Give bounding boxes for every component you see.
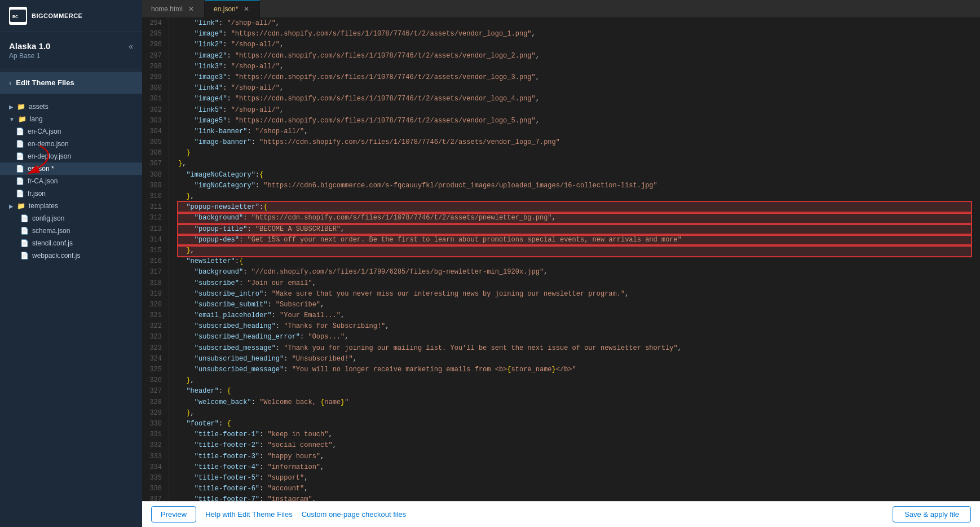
svg-text:BC: BC xyxy=(12,15,18,19)
theme-name-row: Alaska 1.0 « xyxy=(9,41,133,51)
code-line: }, xyxy=(178,159,971,169)
code-line: "title-footer-1": "keep in touch", xyxy=(178,429,971,440)
code-line: "image": "https://cdn.shopify.com/s/file… xyxy=(178,29,971,39)
edit-theme-files-header[interactable]: ‹ Edit Theme Files xyxy=(0,72,142,94)
bottom-left: Preview Help with Edit Theme Files Custo… xyxy=(151,506,406,522)
code-line: "title-footer-5": "support", xyxy=(178,473,971,484)
file-icon: 📄 xyxy=(16,177,24,185)
code-line: "imageNoCategory":{ xyxy=(178,170,971,181)
code-line: "footer": { xyxy=(178,419,971,429)
tree-item-en-demo-json[interactable]: 📄 en-demo.json xyxy=(0,138,142,150)
line-numbers: 2942952962972982993003013023033043053063… xyxy=(142,18,169,501)
line-number: 301 xyxy=(147,94,162,104)
code-line: "link2": "/shop-all/", xyxy=(178,39,971,50)
line-number: 334 xyxy=(147,462,162,473)
tree-label: en.json * xyxy=(28,165,54,173)
file-icon: 📄 xyxy=(16,190,24,197)
tree-item-lang[interactable]: ▼ 📁 lang xyxy=(0,113,142,125)
tab-label: home.html xyxy=(151,5,183,13)
code-line: "header": { xyxy=(178,386,971,397)
tab-close-home-html[interactable]: ✕ xyxy=(187,5,195,13)
tree-label: fr.json xyxy=(28,190,46,197)
tree-label: assets xyxy=(29,103,48,111)
line-number: 332 xyxy=(147,440,162,451)
line-number: 325 xyxy=(147,364,162,375)
code-line: "image5": "https://cdn.shopify.com/s/fil… xyxy=(178,116,971,126)
tree-item-en-ca-json[interactable]: 📄 en-CA.json xyxy=(0,125,142,138)
line-number: 302 xyxy=(147,105,162,116)
code-editor[interactable]: 2942952962972982993003013023033043053063… xyxy=(142,18,980,501)
line-number: 305 xyxy=(147,137,162,148)
code-line: "popup-newsletter":{ xyxy=(178,202,971,213)
code-line: "title-footer-3": "happy hours", xyxy=(178,451,971,462)
tree-item-en-json[interactable]: 📄 en.json * xyxy=(0,163,142,175)
tree-item-config-json[interactable]: 📄 config.json xyxy=(0,212,142,225)
line-number: 323 xyxy=(147,343,162,354)
tree-item-schema-json[interactable]: 📄 schema.json xyxy=(0,225,142,237)
line-number: 324 xyxy=(147,354,162,364)
main-content: BC BIGCOMMERCE Alaska 1.0 « Ap Base 1 ‹ … xyxy=(0,0,980,527)
line-number: 313 xyxy=(147,224,162,235)
line-number: 331 xyxy=(147,429,162,440)
code-content[interactable]: "link": "/shop-all/", "image": "https://… xyxy=(169,18,980,501)
code-line: "image-banner": "https://cdn.shopify.com… xyxy=(178,137,971,148)
code-line: "image3": "https://cdn.shopify.com/s/fil… xyxy=(178,72,971,83)
line-number: 316 xyxy=(147,256,162,267)
bigcommerce-logo-icon: BC xyxy=(9,7,27,25)
line-number: 330 xyxy=(147,419,162,429)
code-line: "image2": "https://cdn.shopify.com/s/fil… xyxy=(178,51,971,62)
tree-label: config.json xyxy=(32,214,64,222)
line-number: 328 xyxy=(147,397,162,408)
line-number: 308 xyxy=(147,170,162,181)
tree-item-en-deploy-json[interactable]: 📄 en-deploy.json xyxy=(0,150,142,163)
line-number: 327 xyxy=(147,386,162,397)
file-icon: 📄 xyxy=(20,252,29,260)
line-number: 335 xyxy=(147,473,162,484)
tree-item-webpack-conf-js[interactable]: 📄 webpack.conf.js xyxy=(0,249,142,262)
save-apply-button[interactable]: Save & apply file xyxy=(893,506,971,522)
collapse-button[interactable]: « xyxy=(129,42,133,51)
bigcommerce-logo-text: BIGCOMMERCE xyxy=(32,12,82,19)
edit-theme-files-label: Edit Theme Files xyxy=(16,78,74,87)
theme-sub-text: Ap Base 1 xyxy=(9,52,133,60)
file-icon: 📄 xyxy=(16,140,24,148)
code-line: "link3": "/shop-all/", xyxy=(178,62,971,72)
preview-button[interactable]: Preview xyxy=(151,506,196,522)
help-link[interactable]: Help with Edit Theme Files xyxy=(205,510,292,519)
code-line: } xyxy=(178,148,971,159)
code-line: "title-footer-2": "social connect", xyxy=(178,440,971,451)
tree-item-assets[interactable]: ▶ 📁 assets xyxy=(0,100,142,113)
tab-close-en-json[interactable]: ✕ xyxy=(242,5,250,13)
line-number: 329 xyxy=(147,408,162,419)
tree-item-fr-json[interactable]: 📄 fr.json xyxy=(0,187,142,200)
line-number: 326 xyxy=(147,375,162,386)
code-line: "subscribed_message": "Thank you for joi… xyxy=(178,343,971,354)
line-number: 307 xyxy=(147,159,162,169)
line-number: 322 xyxy=(147,321,162,332)
code-line: "title-footer-4": "information", xyxy=(178,462,971,473)
tree-item-templates[interactable]: ▶ 📁 templates xyxy=(0,200,142,212)
expand-icon: ▶ xyxy=(9,203,14,209)
file-icon: 📄 xyxy=(20,214,29,222)
code-line: "image4": "https://cdn.shopify.com/s/fil… xyxy=(178,94,971,104)
tree-label: en-deploy.json xyxy=(28,152,71,160)
custom-checkout-link[interactable]: Custom one-page checkout files xyxy=(302,510,407,519)
tab-en-json[interactable]: en.json* ✕ xyxy=(205,0,260,17)
line-number: 300 xyxy=(147,83,162,94)
tree-label: webpack.conf.js xyxy=(32,252,80,260)
code-line: "background": "//cdn.shopify.com/s/files… xyxy=(178,267,971,278)
line-number: 315 xyxy=(147,245,162,256)
line-number: 296 xyxy=(147,39,162,50)
code-line: "welcome_back": "Welcome back, {name}" xyxy=(178,397,971,408)
tree-item-stencil-conf-js[interactable]: 📄 stencil.conf.js xyxy=(0,237,142,249)
line-number: 311 xyxy=(147,202,162,213)
tab-home-html[interactable]: home.html ✕ xyxy=(142,0,205,17)
code-line: "popup-des": "Get 15% off your next orde… xyxy=(178,235,971,245)
tree-item-fr-ca-json[interactable]: 📄 fr-CA.json xyxy=(0,175,142,187)
code-line: }, xyxy=(178,191,971,202)
code-line: "popup-title": "BECOME A SUBSCRIBER", xyxy=(178,224,971,235)
code-line: "subscribe_intro": "Make sure that you n… xyxy=(178,289,971,300)
bottom-links: Help with Edit Theme Files Custom one-pa… xyxy=(205,510,406,519)
file-icon: 📄 xyxy=(20,239,29,247)
code-line: }, xyxy=(178,375,971,386)
